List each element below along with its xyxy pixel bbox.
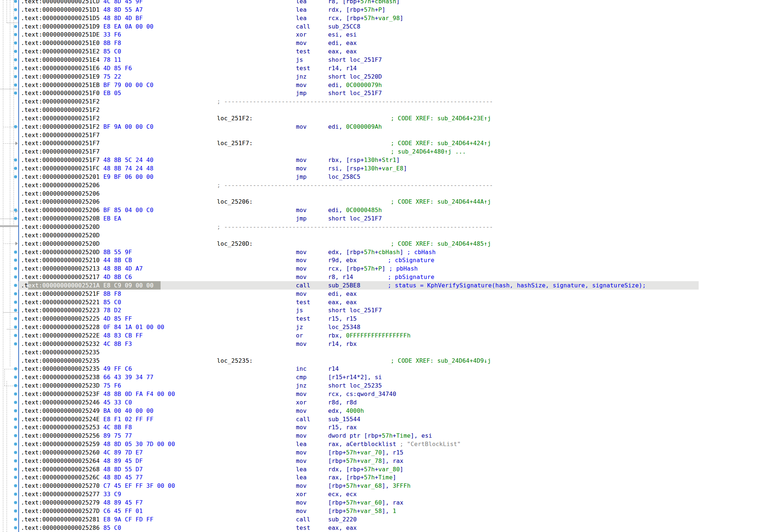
listing-row[interactable]: .text:00000000000252280F 84 1A 01 00 00j… — [0, 323, 774, 331]
selected-address-bytes[interactable]: ext:000000000002521A E8 C9 09 00 00 — [28, 281, 161, 290]
code-dot-icon — [14, 451, 17, 454]
listing-row[interactable]: .text:00000000000252324C 8B F3movr14, rb… — [0, 340, 774, 348]
byte-column: 48 8B 0D FA F4 00 00 — [103, 390, 175, 398]
listing-row[interactable]: .text:0000000000025235 — [0, 348, 774, 356]
address-label: .text:0000000000025259 — [21, 440, 100, 448]
listing-row[interactable]: .text:00000000000251CD4C 8D 45 9Flear8, … — [0, 0, 774, 5]
operands: rdx, [rbp+57h+P] — [328, 5, 386, 14]
listing-row[interactable]: .text:000000000002527948 89 45 F7mov[rbp… — [0, 498, 774, 507]
listing-row[interactable]: .text:000000000002521A E8 C9 09 00 00 ca… — [0, 281, 774, 290]
listing-row[interactable]: .text:00000000000251DE33 F6xoresi, esi — [0, 30, 774, 39]
address-label: .text:0000000000025235 — [21, 356, 100, 365]
address-label: .text:00000000000251F7 — [21, 156, 100, 164]
listing-row[interactable]: .text:00000000000251E975 22jnzshort loc_… — [0, 72, 774, 81]
operand-text: r14, r14 — [328, 65, 357, 72]
listing-row[interactable]: .text:000000000002523866 43 39 34 77cmp[… — [0, 373, 774, 381]
listing-row[interactable]: .text:00000000000251F0EB 05jmpshort loc_… — [0, 89, 774, 97]
operand-text: ] — [400, 466, 403, 473]
listing-row[interactable]: .text:0000000000025270C7 45 EF FF 3F 00 … — [0, 482, 774, 490]
listing-row[interactable]: .text:000000000002522E48 83 CB FForrbx, … — [0, 331, 774, 340]
byte-column: 48 8D 55 A7 — [103, 5, 143, 14]
listing-row[interactable]: .text:00000000000251E08B F8movedi, eax — [0, 39, 774, 47]
address-label: .text:0000000000025228 — [21, 323, 100, 331]
listing-row[interactable]: .text:000000000002521348 8B 4D A7movrcx,… — [0, 264, 774, 273]
listing-row[interactable]: .text:0000000000025281E8 9A CF FD FFcall… — [0, 515, 774, 524]
operand-text: edi, — [328, 207, 346, 214]
listing-row[interactable]: .text:0000000000025249BA 00 40 00 00move… — [0, 407, 774, 415]
listing-row[interactable]: .text:000000000002523F48 8B 0D FA F4 00 … — [0, 390, 774, 398]
listing-row[interactable]: .text:00000000000251E64D 85 F6testr14, r… — [0, 64, 774, 72]
listing-row[interactable]: .text:000000000002527733 C9xorecx, ecx — [0, 490, 774, 498]
code-dot-icon — [14, 401, 17, 404]
address-label: .text:0000000000025260 — [21, 448, 100, 457]
instruction-comment: ; cbHash — [407, 248, 436, 256]
listing-row[interactable]: .text:000000000002524EE8 F1 02 FF FFcall… — [0, 415, 774, 423]
operand-text: short loc_251F7 — [328, 56, 382, 63]
mnemonic: mov — [296, 248, 307, 256]
listing-row[interactable]: .text:00000000000251F2 — [0, 106, 774, 114]
listing-row[interactable]: .text:000000000002521044 8B CBmovr9d, eb… — [0, 256, 774, 264]
listing-row[interactable]: .text:00000000000252174D 8B C6movr8, r14… — [0, 273, 774, 281]
listing-row[interactable]: .text:0000000000025206 — [0, 189, 774, 198]
listing-row[interactable]: .text:00000000000251F7loc_251F7:; CODE X… — [0, 139, 774, 147]
mnemonic: call — [296, 281, 310, 290]
operand-text: eax, eax — [328, 299, 357, 306]
listing-row[interactable]: .text:000000000002523D75 F6jnzshort loc_… — [0, 381, 774, 390]
code-dot-icon — [14, 292, 17, 295]
byte-column: BA 00 40 00 00 — [103, 407, 153, 415]
listing-row[interactable]: .text:000000000002524645 33 C0xorr8d, r8… — [0, 398, 774, 407]
mnemonic: mov — [296, 81, 307, 89]
operand-text: ], r15 — [382, 449, 403, 456]
listing-row[interactable]: .text:00000000000251F7 — [0, 131, 774, 139]
address-label: .text:00000000000251FC — [21, 164, 100, 173]
listing-row[interactable]: .text:00000000000252604C 89 7D E7mov[rbp… — [0, 448, 774, 457]
listing-row[interactable]: .text:000000000002522185 C0testeax, eax — [0, 298, 774, 306]
listing-row[interactable]: .text:000000000002526848 8D 55 D7leardx,… — [0, 465, 774, 473]
code-dot-icon — [14, 309, 17, 312]
listing-row[interactable]: .text:00000000000251F2loc_251F2:; CODE X… — [0, 114, 774, 122]
byte-column: 48 89 45 F7 — [103, 498, 143, 507]
listing-row[interactable]: .text:00000000000251E478 11jsshort loc_2… — [0, 56, 774, 64]
listing-row[interactable]: .text:00000000000252254D 85 FFtestr15, r… — [0, 314, 774, 323]
listing-row[interactable]: .text:000000000002525689 75 77movdword p… — [0, 431, 774, 440]
operand-text: r8, [rbp+ — [328, 0, 360, 5]
listing-row[interactable]: .text:0000000000025201E9 BF 06 00 00jmpl… — [0, 173, 774, 181]
listing-row[interactable]: .text:000000000002520D; ----------------… — [0, 223, 774, 231]
listing-row[interactable]: .text:0000000000025235loc_25235:; CODE X… — [0, 356, 774, 365]
byte-column: BF 85 04 00 C0 — [103, 206, 153, 214]
listing-row[interactable]: .text:000000000002526448 89 45 DFmov[rbp… — [0, 457, 774, 465]
address-label: .text:000000000002520B — [21, 214, 100, 223]
code-dot-icon — [14, 83, 17, 87]
listing-row[interactable]: .text:00000000000251FC48 8B 74 24 48movr… — [0, 164, 774, 173]
listing-row[interactable]: .text:000000000002520Dloc_2520D:; CODE X… — [0, 239, 774, 248]
listing-row[interactable]: .text:000000000002526C48 8D 45 77learax,… — [0, 473, 774, 482]
listing-row[interactable]: .text:000000000002523549 FF C6incr14 — [0, 365, 774, 373]
listing-row[interactable]: .text:000000000002525948 8D 05 30 7D 00 … — [0, 440, 774, 448]
listing-row[interactable]: .text:00000000000251F2; ----------------… — [0, 97, 774, 106]
listing-row[interactable]: .text:000000000002521F8B F8movedi, eax — [0, 290, 774, 298]
listing-row[interactable]: .text:000000000002528685 C0testeax, eax — [0, 524, 774, 532]
byte-column: 0F 84 1A 01 00 00 — [103, 323, 164, 331]
operand-text: r15, rax — [328, 424, 357, 431]
listing-row[interactable]: .text:00000000000251EBBF 79 00 00 C0move… — [0, 81, 774, 89]
listing-row[interactable]: .text:000000000002527DC6 45 FF 01mov[rbp… — [0, 507, 774, 515]
listing-row[interactable]: .text:00000000000251F2BF 9A 00 00 C0move… — [0, 122, 774, 131]
listing-row[interactable]: .text:000000000002522378 D2jsshort loc_2… — [0, 306, 774, 314]
listing-row[interactable]: .text:00000000000251F7; sub_24D64+480↑j … — [0, 147, 774, 156]
listing-row[interactable]: .text:0000000000025206loc_25206:; CODE X… — [0, 197, 774, 206]
listing-row[interactable]: .text:00000000000251D548 8D 4D BFlearcx,… — [0, 14, 774, 22]
listing-row[interactable]: .text:00000000000251F748 8B 5C 24 40movr… — [0, 156, 774, 164]
listing-row[interactable]: .text:00000000000251E285 C0testeax, eax — [0, 47, 774, 56]
location-label: loc_25235: — [217, 356, 253, 365]
listing-row[interactable]: .text:0000000000025206BF 85 04 00 C0move… — [0, 206, 774, 214]
listing-row[interactable]: .text:00000000000251D148 8D 55 A7leardx,… — [0, 5, 774, 14]
listing-row[interactable]: .text:0000000000025206; ----------------… — [0, 181, 774, 189]
listing-row[interactable]: .text:000000000002520D — [0, 231, 774, 239]
listing-row[interactable]: .text:00000000000251D9E8 EA 0A 00 00call… — [0, 22, 774, 31]
operand-value: var_80 — [378, 466, 400, 473]
listing-row[interactable]: .text:000000000002520D8B 55 9Fmovedx, [r… — [0, 248, 774, 256]
listing-row[interactable]: .text:000000000002520BEB EAjmpshort loc_… — [0, 214, 774, 223]
listing-row[interactable]: .text:00000000000252534C 8B F8movr15, ra… — [0, 423, 774, 431]
separator-comment: ; --------------------------------------… — [217, 223, 493, 231]
location-label: loc_251F7: — [217, 139, 253, 147]
